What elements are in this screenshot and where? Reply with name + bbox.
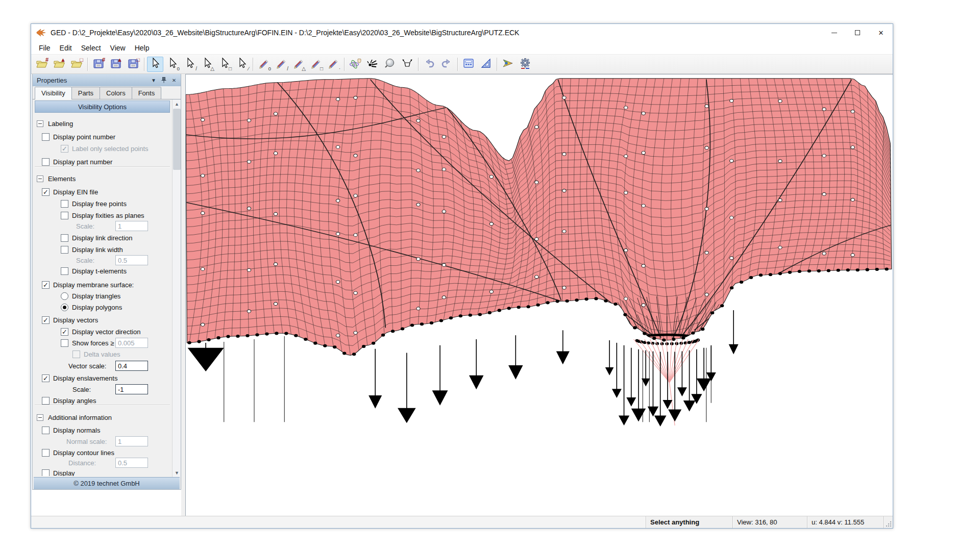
scroll-up-arrow[interactable]: ▲	[173, 99, 181, 108]
checkbox-icon[interactable]: ✓	[42, 374, 50, 382]
draw-triangles-tool-button[interactable]: △	[290, 57, 307, 72]
redo-button[interactable]	[438, 57, 455, 72]
open-parts-file-button[interactable]: ▲	[51, 57, 67, 72]
close-button[interactable]: ✕	[869, 24, 893, 41]
draw-edit-tool-button[interactable]: ·	[325, 57, 341, 72]
radio-icon[interactable]	[61, 292, 68, 300]
minimize-button[interactable]	[822, 24, 846, 41]
checkbox-icon[interactable]	[42, 397, 50, 405]
calc-icon	[462, 57, 475, 71]
save-parts-file-button[interactable]: ▲	[108, 57, 124, 72]
draw-links-tool-button[interactable]: /	[273, 57, 289, 72]
tab-fonts[interactable]: Fonts	[132, 87, 162, 99]
checkbox-icon[interactable]	[61, 200, 68, 208]
field-vector-scale: Vector scale:0.4	[33, 361, 172, 371]
field-distance: Distance:0.5	[33, 458, 172, 468]
select-links-tool-button[interactable]: /	[182, 57, 198, 72]
panel-title-bar: Properties ▼ ✕	[33, 74, 181, 86]
minimize-icon	[831, 33, 837, 33]
checkbox-icon[interactable]	[42, 449, 50, 457]
resize-grip[interactable]	[884, 516, 893, 528]
menu-view[interactable]: View	[106, 42, 130, 54]
tab-colors[interactable]: Colors	[100, 87, 132, 99]
checkbox-display-link-direction: Display link direction	[33, 233, 172, 243]
panel-pin-button[interactable]	[159, 76, 168, 85]
checkbox-icon[interactable]	[61, 246, 68, 254]
panel-scrollbar[interactable]: ▲ ▼	[172, 99, 181, 477]
settings-button[interactable]	[517, 57, 533, 72]
open-fixpoints-file-button[interactable]: □	[68, 57, 85, 72]
checkbox-icon[interactable]	[42, 133, 50, 141]
status-view: View: 316, 80	[732, 516, 807, 528]
checkbox-label-only-selected-points: ✓Label only selected points	[33, 143, 172, 154]
checkbox-icon[interactable]	[61, 234, 68, 242]
checkbox-icon[interactable]: ✓	[61, 145, 68, 153]
checkbox-icon[interactable]	[42, 158, 50, 166]
input-normal-scale[interactable]: 1	[115, 436, 148, 446]
tab-visibility[interactable]: Visibility	[35, 87, 72, 99]
maximize-button[interactable]	[846, 24, 869, 41]
open-points-file-button[interactable]: #	[34, 57, 50, 72]
menu-select[interactable]: Select	[77, 42, 106, 54]
tab-parts[interactable]: Parts	[71, 87, 100, 99]
checkbox-display-contour-lines: Display contour lines	[33, 447, 172, 458]
panel-menu-button[interactable]: ▼	[149, 76, 158, 85]
checkbox-icon[interactable]: ✓	[61, 328, 68, 336]
checkbox-icon[interactable]: ✓	[42, 281, 50, 289]
checkbox-icon[interactable]	[72, 350, 80, 358]
zoom-window-tool-button[interactable]	[399, 57, 415, 72]
collapse-icon[interactable]	[37, 120, 43, 127]
checkbox-display-t-elements: Display t-elements	[33, 266, 172, 276]
orbit-tool-button[interactable]	[347, 57, 363, 72]
input-scale[interactable]: 1	[115, 221, 148, 231]
app-window: GED - D:\2_Projekte\Easy\2020\03_26_Webs…	[31, 23, 893, 529]
save-points-file-button[interactable]: #	[90, 57, 107, 72]
draw-points-tool-button[interactable]: o	[256, 57, 272, 72]
scroll-down-arrow[interactable]: ▼	[173, 468, 181, 477]
checkbox-icon[interactable]	[42, 469, 50, 477]
draw-squares-tool-button[interactable]: □	[308, 57, 324, 72]
select-elements-tool-button[interactable]: ∕	[234, 57, 250, 72]
status-uv: u: 4.844 v: 11.555	[807, 516, 884, 528]
select-triangles-tool-button[interactable]: △	[199, 57, 215, 72]
collapse-icon[interactable]	[37, 176, 43, 182]
input-scale[interactable]: 0.5	[115, 255, 148, 265]
checkbox-icon[interactable]	[61, 339, 68, 347]
input-distance[interactable]: 0.5	[115, 458, 148, 468]
select-tool-button[interactable]	[147, 57, 163, 72]
save-fixpoints-file-button[interactable]: □	[125, 57, 141, 72]
checkbox-display-normals: Display normals	[33, 425, 172, 435]
sub-badge: o	[177, 66, 180, 72]
properties-panel: Properties ▼ ✕ VisibilityPartsColorsFont…	[32, 74, 181, 490]
zoom-tool-button[interactable]	[382, 57, 398, 72]
close-icon: ✕	[878, 29, 884, 37]
input-show-forces[interactable]: 0.005	[115, 338, 148, 348]
panel-close-button[interactable]: ✕	[169, 76, 179, 85]
checkbox-display-point-number: Display point number	[33, 132, 172, 142]
checkbox-icon[interactable]	[61, 212, 68, 219]
scroll-thumb[interactable]	[173, 109, 181, 170]
explode-tool-button[interactable]	[364, 57, 381, 72]
input-scale[interactable]: -1	[115, 384, 148, 394]
checkbox-icon[interactable]	[42, 427, 50, 434]
checkbox-icon[interactable]: ✓	[42, 316, 50, 324]
sub-badge: /	[195, 66, 197, 72]
calculator-button[interactable]	[460, 57, 477, 72]
toolbar-separator	[418, 58, 419, 71]
measure-button[interactable]	[478, 57, 494, 72]
menu-help[interactable]: Help	[130, 42, 154, 54]
input-vector-scale[interactable]: 0.4	[115, 361, 148, 371]
undo-button[interactable]	[421, 57, 437, 72]
radio-icon[interactable]	[61, 304, 68, 311]
select-squares-tool-button[interactable]: □	[216, 57, 233, 72]
menu-file[interactable]: File	[34, 42, 55, 54]
menu-edit[interactable]: Edit	[55, 42, 77, 54]
model-viewport[interactable]	[185, 74, 893, 516]
collapse-icon[interactable]	[37, 414, 43, 421]
checkbox-icon[interactable]: ✓	[42, 188, 50, 196]
panel-splitter[interactable]	[181, 74, 185, 516]
select-points-tool-button[interactable]: o	[164, 57, 181, 72]
setsquare-icon	[479, 57, 493, 71]
checkbox-icon[interactable]	[61, 267, 68, 275]
run-button[interactable]	[500, 57, 516, 72]
